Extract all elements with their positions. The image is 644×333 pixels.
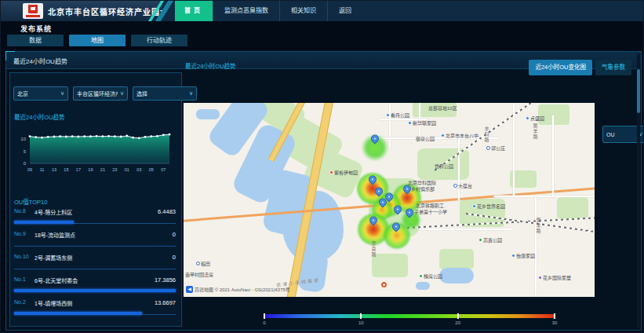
metro-poi-icon [196, 262, 200, 265]
nav-item[interactable]: 首页 [175, 1, 213, 21]
filter-row: 北京∨丰台区循环经济产∨选择∨ [13, 86, 197, 101]
map-toggle-button[interactable]: 气象参数 [595, 60, 631, 75]
logo-notch [31, 7, 35, 10]
bar-track [14, 269, 176, 269]
filter-select[interactable]: 丰台区循环经济产∨ [73, 86, 128, 101]
svg-text:11: 11 [40, 167, 45, 172]
svg-text:10: 10 [20, 137, 26, 141]
rank-label: No.8 [14, 208, 26, 214]
ou-value: 0 [173, 231, 176, 238]
map-label-text: 稻田 [201, 260, 210, 267]
bar-fill [14, 221, 74, 224]
main-nav: 首页监测点恶臭指数相关知识返回 [175, 1, 362, 21]
scale-tick-mark [457, 313, 459, 319]
map-label: 总部基地10区 [428, 104, 457, 112]
map-roadW [552, 115, 554, 197]
ou-trend-chart: 0510091113151719212301030507 [11, 119, 177, 177]
list-item[interactable]: No.918号-流动监测点0 [14, 231, 176, 250]
svg-text:15: 15 [64, 167, 68, 172]
svg-text:01: 01 [125, 167, 129, 172]
chevron-down-icon: ∨ [120, 90, 124, 97]
map-label: 大葆台 [453, 182, 472, 189]
map-label: 乡村俱乐部 [411, 185, 435, 192]
map-label-text: 樊羊路 [532, 123, 539, 140]
list-item[interactable]: No.16号-北天堂村委会17.3856 [14, 276, 176, 295]
map-label: 北京市丰台八中 [441, 132, 478, 139]
map-label-text: 新华联家园 [413, 119, 436, 126]
filter-select[interactable]: 选择∨ [133, 86, 197, 101]
map-attribution: ◀ 高德地图 © 2021 AutoNavi - GS(2021)6375号 [186, 286, 290, 293]
map-label: 高鑫公园 [478, 236, 502, 243]
map-label-text: 樊羊路 [535, 218, 542, 234]
map-roadW [389, 103, 391, 148]
map-toggle-button[interactable]: 近24小时OU变化图 [529, 60, 592, 75]
map-label-text: 京良路 [370, 241, 377, 258]
station-name: 6号-北天堂村委会 [35, 276, 78, 284]
green-poi-icon [419, 274, 423, 278]
svg-text:0: 0 [24, 161, 27, 166]
top-header-bar: 北京市丰台区循环经济产业园大气恶臭状况实时 首页监测点恶臭指数相关知识返回 [1, 1, 644, 21]
map-canvas[interactable]: 总部基地10区看丹公园新华联家园点盛园御泉公园北京市丰台八中郭公庄世界公园大葆台… [184, 103, 595, 297]
map-label-text: 北京市丰台八中 [446, 132, 478, 139]
svg-text:03: 03 [136, 167, 141, 172]
metro-poi-icon [453, 184, 457, 188]
scale-tick-label: 30 [552, 320, 558, 325]
map-label-text: 看丹公园 [391, 112, 409, 119]
map-label: 怡康家园 [511, 252, 535, 259]
map-label-text: 乡村俱乐部 [411, 185, 435, 192]
blue-poi-icon [526, 116, 529, 120]
map-roadW [535, 197, 537, 296]
map-roadW [419, 229, 513, 230]
heat-scale-legend: 0102030 [264, 314, 555, 318]
publish-tab[interactable]: 行动轨迹 [131, 35, 187, 46]
svg-text:5: 5 [24, 149, 27, 154]
map-label-text: 世界公园 [435, 163, 453, 170]
map-label: 御泉公园 [416, 135, 435, 142]
scale-tick-label: 10 [358, 320, 364, 325]
map-label-text: 御泉公园 [416, 135, 435, 142]
publish-tab[interactable]: 数据 [7, 35, 64, 46]
logo-subtext-mark [26, 15, 40, 17]
nav-item[interactable]: 监测点恶臭指数 [213, 1, 279, 21]
publish-tabs: 数据地图行动轨迹 [7, 35, 187, 46]
ou-value: 17.3856 [155, 276, 176, 284]
map-section-title: 最近24小时OU趋势 [185, 61, 236, 70]
purple-poi-icon [538, 276, 542, 280]
map-label-text: 大葆台 [458, 182, 472, 189]
map-label-text: 造甲村回迁房 [185, 271, 213, 278]
map-roadW [494, 196, 595, 197]
map-label-text: 怡康家园 [516, 252, 535, 259]
scale-tick-mark [360, 313, 362, 319]
map-label: 丰科路 [483, 126, 490, 143]
map-label-text: 花乡国际家居 [543, 274, 571, 281]
svg-text:21: 21 [100, 167, 105, 172]
list-item[interactable]: No.21号-填埋场西侧13.6697 [14, 299, 176, 318]
bar-fill [14, 289, 176, 292]
svg-text:05: 05 [149, 167, 154, 172]
list-item[interactable]: No.102号-调蓄场东侧0 [14, 254, 176, 273]
scale-tick-mark [554, 313, 555, 319]
list-item[interactable]: No.84号-筛分上料区6.4483 [14, 208, 176, 227]
map-label-text: 槐房公园 [424, 273, 442, 280]
rank-label: No.9 [14, 231, 26, 236]
svg-text:07: 07 [161, 167, 166, 172]
rank-label: No.10 [14, 254, 29, 259]
map-label: 樊羊路 [535, 218, 542, 234]
map-button-group: 近24小时OU变化图气象参数 [529, 60, 631, 75]
map-label: 造甲村回迁房 [185, 271, 213, 278]
nav-item[interactable]: 返回 [327, 1, 362, 21]
scale-tick-label: 0 [263, 320, 265, 325]
publish-tab[interactable]: 地图 [69, 35, 126, 46]
map-label: 樊羊路 [532, 123, 539, 140]
nav-item[interactable]: 相关知识 [279, 1, 327, 21]
scrollbar-thumb[interactable] [637, 69, 640, 113]
chevron-down-icon: ∨ [189, 90, 193, 97]
bar-track [14, 246, 176, 247]
main-container: 最近24小时OU趋势 北京∨丰台区循环经济产∨选择∨ 最近24小时OU趋势 05… [5, 51, 642, 331]
map-roadW [458, 137, 460, 200]
amap-logo-icon: ◀ [186, 286, 193, 293]
station-name: 2号-调蓄场东侧 [35, 254, 72, 262]
green-poi-icon [478, 238, 482, 242]
filter-select[interactable]: 北京∨ [13, 86, 68, 101]
map-attribution-text: 高德地图 © 2021 AutoNavi - GS(2021)6375号 [195, 286, 290, 293]
